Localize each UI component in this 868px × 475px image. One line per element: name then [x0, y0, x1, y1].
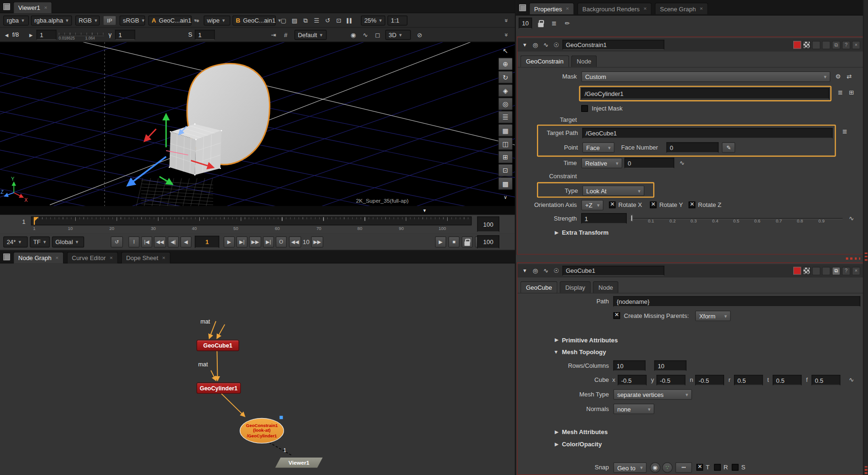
edit-panels-icon[interactable]: ✏	[562, 18, 572, 29]
close-icon[interactable]: ×	[566, 6, 569, 12]
toolbar-overflow-icon[interactable]: »	[502, 16, 512, 25]
expand-triangle-icon[interactable]: ▶	[555, 429, 559, 435]
expand-triangle-icon[interactable]: ▶	[555, 337, 559, 343]
scrollbar[interactable]	[863, 0, 868, 475]
in-point-button[interactable]: I	[128, 237, 140, 248]
rotate-y-checkbox[interactable]	[650, 202, 656, 208]
orientation-axis-dropdown[interactable]: +Z▾	[581, 200, 603, 210]
float-panel-icon[interactable]: ⧉	[832, 41, 840, 49]
node-geoconstrain1[interactable]: GeoConstrain1 (look-at) /GeoCylinder1	[240, 418, 284, 443]
mask-dropdown[interactable]: Custom▾	[581, 71, 830, 82]
target-path-input[interactable]: /GeoCube1	[583, 128, 833, 138]
full-frame-icon[interactable]: ⊡	[334, 16, 343, 25]
stop-down-icon[interactable]: ◀	[3, 31, 10, 40]
gain-slider[interactable]: 0.018625 1.064	[59, 30, 104, 40]
tab-viewer1[interactable]: Viewer1 ×	[13, 1, 52, 13]
channel-mask-swatch[interactable]	[803, 267, 810, 274]
grid-overlay-icon[interactable]: #	[281, 31, 290, 40]
increment-value[interactable]: 10	[303, 238, 309, 245]
animation-curve-icon[interactable]: ∿	[847, 214, 856, 223]
stop-render-icon[interactable]: ■	[449, 237, 460, 248]
add-view-icon[interactable]: ⊞	[498, 150, 513, 163]
node-color-swatch[interactable]	[793, 267, 801, 274]
center-node-icon[interactable]: ◎	[531, 266, 540, 275]
node-geocylinder1[interactable]: GeoCylinder1	[197, 383, 241, 394]
lock-range-icon[interactable]	[462, 237, 473, 248]
tab-display[interactable]: Display	[560, 281, 591, 293]
help-icon[interactable]: ?	[842, 267, 851, 275]
lightbulb-icon[interactable]: ☉	[552, 266, 561, 275]
nodegraph-canvas[interactable]: mat GeoCube1 mat GeoCylinder1 GeoConstra…	[0, 263, 515, 475]
tab-geoconstrain[interactable]: GeoConstrain	[521, 55, 569, 67]
view-mode-dropdown[interactable]: 3D▾	[385, 30, 410, 40]
ab-swap-icon[interactable]: ●	[194, 16, 201, 25]
input-b-dropdown[interactable]: BGeoC...ain1▾	[232, 16, 276, 25]
current-frame-box[interactable]: 1	[195, 236, 219, 248]
lock-panels-icon[interactable]	[536, 18, 546, 29]
scale-tool-icon[interactable]: ◈	[498, 84, 513, 97]
select-tool-icon[interactable]: ↖	[498, 44, 513, 57]
tab-node[interactable]: Node	[571, 55, 597, 67]
stereo-icon[interactable]: ◉	[349, 31, 358, 40]
face-number-input[interactable]: 0	[666, 142, 718, 153]
layout-dropdown[interactable]: Default▾	[294, 30, 326, 40]
tab-dope-sheet[interactable]: Dope Sheet×	[121, 252, 171, 263]
gain-reset-icon[interactable]: ⇥	[269, 31, 278, 40]
tab-scene-graph[interactable]: Scene Graph×	[655, 2, 708, 14]
range-end-box-2[interactable]: 100	[477, 235, 499, 248]
close-icon[interactable]: ×	[44, 4, 47, 10]
cube-y-input[interactable]: -0.5	[656, 375, 685, 385]
ratio-dropdown[interactable]: 1:1	[387, 16, 407, 25]
node-geocube1[interactable]: GeoCube1	[197, 340, 239, 351]
point-dropdown[interactable]: Face▾	[583, 142, 615, 153]
curve-editor-icon[interactable]: ∿	[541, 40, 550, 49]
rotate-tool-icon[interactable]: ↻	[498, 71, 513, 84]
prev-frame-icon[interactable]: ◀|	[168, 237, 179, 248]
max-panels-input[interactable]: 10	[519, 18, 532, 29]
input-process-button[interactable]: IP	[103, 16, 116, 25]
face-picker-button[interactable]: ✐	[722, 142, 735, 153]
snap-dropdown[interactable]: Geo to▾	[613, 462, 647, 473]
proxy-icon[interactable]: ▢	[279, 16, 288, 25]
snap-menu-button[interactable]: •••	[675, 462, 692, 473]
cube-r-input[interactable]: 0.5	[734, 375, 763, 385]
collapse-panel-icon[interactable]: ▼	[521, 266, 529, 275]
path-input[interactable]: {nodename}	[613, 296, 860, 307]
roi-icon[interactable]: ▨	[290, 16, 299, 25]
goto-end-icon[interactable]: ▶|	[263, 237, 274, 248]
refresh-icon[interactable]: ↺	[324, 16, 332, 25]
jump-back-icon[interactable]: ◀◀	[289, 237, 301, 248]
close-icon[interactable]: ×	[110, 255, 113, 261]
scene-list-icon[interactable]: ≣	[840, 127, 849, 136]
cube-t-input[interactable]: 0.5	[773, 375, 802, 385]
collapse-panel-icon[interactable]: ▼	[521, 40, 529, 49]
type-dropdown[interactable]: Look At▾	[583, 185, 645, 196]
tab-curve-editor[interactable]: Curve Editor×	[67, 252, 118, 263]
play-forward-icon[interactable]: ▶	[224, 237, 235, 248]
strength-input[interactable]: 1	[581, 213, 627, 223]
rotate-x-checkbox[interactable]	[609, 202, 615, 208]
mesh-type-dropdown[interactable]: separate vertices▾	[613, 389, 692, 400]
toolbar-expand-icon[interactable]: ∨	[498, 190, 513, 203]
close-panel-icon[interactable]: ×	[852, 41, 860, 49]
viewer-menu-icon[interactable]: ☰	[312, 16, 321, 25]
range-mode-dropdown[interactable]: Global▾	[52, 237, 84, 248]
tab-node-graph[interactable]: Node Graph×	[13, 252, 63, 263]
out-point-button[interactable]: O	[276, 237, 287, 248]
gamma-input[interactable]: 1	[115, 30, 135, 40]
fps-dropdown[interactable]: 24*▾	[3, 237, 28, 248]
undo-icon[interactable]	[812, 41, 821, 49]
close-icon[interactable]: ×	[700, 6, 703, 12]
clear-panels-icon[interactable]: ≣	[549, 18, 559, 29]
collapse-triangle-icon[interactable]: ▼	[553, 349, 559, 355]
channel-mask-swatch[interactable]	[803, 41, 810, 48]
close-panel-icon[interactable]: ×	[852, 267, 860, 275]
normals-dropdown[interactable]: none▾	[613, 404, 654, 414]
node-viewer1[interactable]: Viewer1	[275, 457, 323, 467]
wipe-dropdown[interactable]: wipe▾	[204, 16, 230, 25]
next-keyframe-icon[interactable]: ▶▶	[249, 237, 261, 248]
expand-triangle-icon[interactable]: ▶	[555, 441, 559, 447]
mask-settings-icon[interactable]: ⚙	[834, 72, 843, 81]
close-icon[interactable]: ×	[55, 255, 59, 261]
display-mode-icon[interactable]: ☰	[498, 111, 513, 123]
